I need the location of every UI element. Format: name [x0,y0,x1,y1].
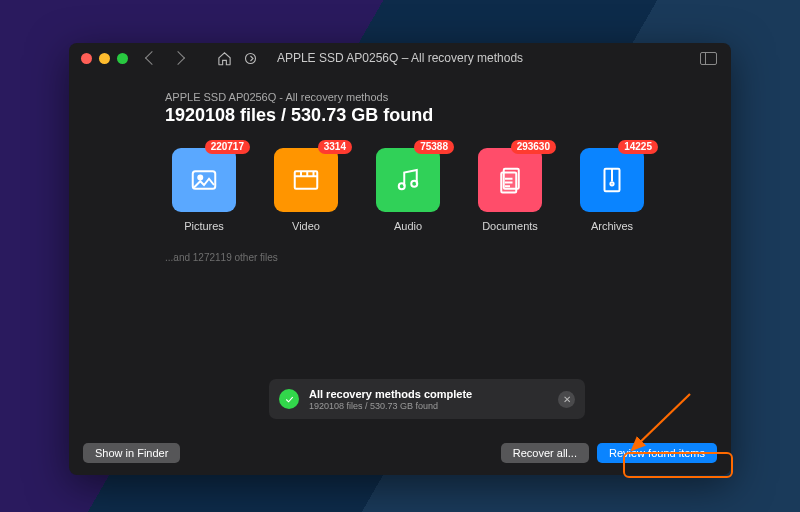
nav-controls [142,48,260,68]
category-tile: 220717 [172,148,236,212]
count-badge: 75388 [414,140,454,154]
category-tile: 14225 [580,148,644,212]
recover-all-button[interactable]: Recover all... [501,443,589,463]
main-content: APPLE SSD AP0256Q - All recovery methods… [69,73,731,263]
svg-point-8 [399,183,405,189]
window-controls [81,53,128,64]
show-in-finder-button[interactable]: Show in Finder [83,443,180,463]
archive-icon [597,165,627,195]
count-badge: 3314 [318,140,352,154]
category-pictures[interactable]: 220717Pictures [165,148,243,232]
category-tile: 75388 [376,148,440,212]
audio-icon [393,165,423,195]
category-row: 220717Pictures3314Video75388Audio293630D… [165,148,691,232]
footer: Show in Finder Recover all... Review fou… [83,443,717,463]
sidebar-toggle-icon[interactable] [700,52,717,65]
status-detail: 1920108 files / 530.73 GB found [309,401,472,411]
svg-point-0 [245,53,255,63]
category-label: Documents [482,220,538,232]
category-label: Pictures [184,220,224,232]
status-text: All recovery methods complete 1920108 fi… [309,388,472,411]
category-label: Audio [394,220,422,232]
fullscreen-window-button[interactable] [117,53,128,64]
scan-subtitle: APPLE SSD AP0256Q - All recovery methods [165,91,691,103]
refresh-button[interactable] [240,48,260,68]
category-tile: 3314 [274,148,338,212]
status-bar: All recovery methods complete 1920108 fi… [269,379,585,419]
category-archives[interactable]: 14225Archives [573,148,651,232]
count-badge: 220717 [205,140,250,154]
count-badge: 14225 [618,140,658,154]
dismiss-status-button[interactable]: ✕ [558,391,575,408]
image-icon [189,165,219,195]
scan-headline: 1920108 files / 530.73 GB found [165,105,691,126]
status-title: All recovery methods complete [309,388,472,400]
doc-icon [495,165,525,195]
category-label: Archives [591,220,633,232]
titlebar: APPLE SSD AP0256Q – All recovery methods [69,43,731,73]
svg-point-9 [411,181,417,187]
check-icon [279,389,299,409]
svg-point-2 [198,176,202,180]
home-button[interactable] [214,48,234,68]
video-icon [291,165,321,195]
category-audio[interactable]: 75388Audio [369,148,447,232]
app-window: APPLE SSD AP0256Q – All recovery methods… [69,43,731,475]
category-documents[interactable]: 293630Documents [471,148,549,232]
back-button[interactable] [142,48,162,68]
count-badge: 293630 [511,140,556,154]
other-files-note: ...and 1272119 other files [165,252,691,263]
review-found-items-button[interactable]: Review found items [597,443,717,463]
category-label: Video [292,220,320,232]
svg-point-17 [610,182,613,185]
forward-button[interactable] [168,48,188,68]
category-video[interactable]: 3314Video [267,148,345,232]
minimize-window-button[interactable] [99,53,110,64]
category-tile: 293630 [478,148,542,212]
close-window-button[interactable] [81,53,92,64]
